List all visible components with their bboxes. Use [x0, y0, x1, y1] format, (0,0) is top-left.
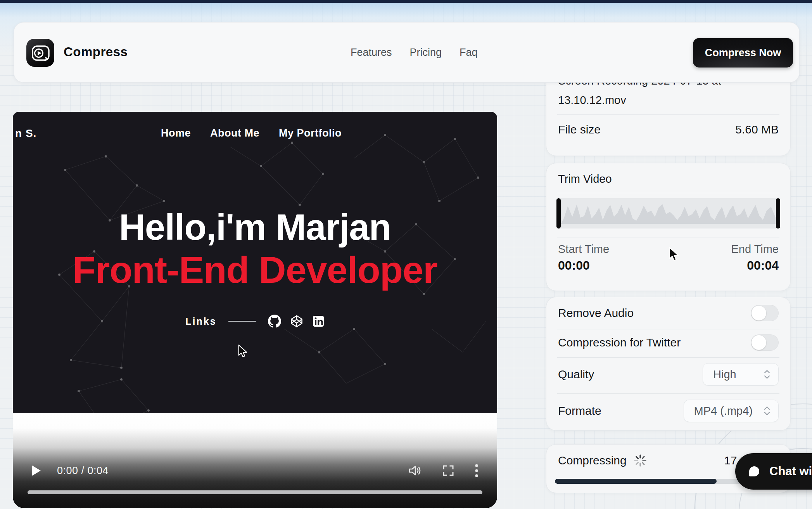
fullscreen-icon[interactable] [442, 464, 454, 477]
player-controls-right [408, 464, 479, 478]
trim-waveform[interactable] [556, 198, 780, 229]
start-time-value[interactable]: 00:00 [558, 258, 590, 273]
trim-end-handle[interactable] [776, 198, 780, 229]
format-selected-value: MP4 (.mp4) [694, 405, 753, 417]
play-button-icon[interactable] [31, 465, 41, 476]
codepen-icon [290, 314, 304, 328]
trim-labels-row: Start Time End Time [558, 243, 779, 256]
divider [557, 393, 779, 394]
hero-subtitle: Front-End Developer [13, 248, 497, 292]
twitter-compression-row: Compression for Twitter [558, 331, 779, 354]
options-card: Remove Audio Compression for Twitter Qua… [546, 297, 791, 431]
links-row: Links [13, 313, 497, 329]
waveform-graph [561, 200, 776, 227]
linkedin-icon [312, 315, 325, 327]
hero-title: Hello,i'm Marjan [13, 206, 497, 248]
remove-audio-label: Remove Audio [558, 306, 634, 320]
remove-audio-row: Remove Audio [558, 302, 779, 324]
seek-bar[interactable] [28, 490, 482, 494]
divider [557, 193, 779, 193]
github-icon [268, 315, 281, 328]
trim-title: Trim Video [558, 173, 612, 185]
chevron-up-down-icon [763, 405, 771, 416]
site-brand-fragment: n S. [15, 127, 36, 140]
divider [557, 329, 779, 329]
quality-label: Quality [558, 368, 594, 381]
kebab-menu-icon[interactable] [475, 464, 479, 478]
site-nav-portfolio: My Portfolio [279, 127, 342, 139]
file-size-row: File size 5.60 MB [558, 123, 779, 136]
links-divider-line [228, 321, 256, 322]
compress-now-button[interactable]: Compress Now [693, 38, 793, 68]
player-time: 0:00 / 0:04 [57, 465, 109, 477]
nav-item-features[interactable]: Features [351, 47, 392, 59]
chat-label: Chat wit [769, 464, 812, 478]
site-nav-about: About Me [210, 127, 259, 139]
format-label: Formate [558, 404, 601, 417]
twitter-compression-toggle[interactable] [751, 334, 779, 351]
format-select[interactable]: MP4 (.mp4) [684, 400, 779, 422]
progress-fill [555, 479, 717, 484]
divider [557, 357, 779, 358]
file-name-line2: 13.10.12.mov [558, 93, 779, 107]
header-nav: Features Pricing Faq [351, 23, 478, 82]
links-label: Links [185, 316, 216, 327]
page: Screen Recording 2024-07-15 at 13.10.12.… [0, 0, 812, 509]
trim-start-handle[interactable] [556, 198, 561, 229]
video-play-logo-icon [26, 39, 54, 67]
twitter-compression-label: Compression for Twitter [558, 336, 681, 349]
app-logo[interactable] [26, 39, 54, 67]
loading-spinner-icon [634, 454, 647, 467]
file-size-value: 5.60 MB [735, 123, 779, 136]
quality-row: Quality High [558, 361, 779, 388]
divider [557, 114, 779, 115]
nav-item-faq[interactable]: Faq [460, 47, 478, 59]
nav-item-pricing[interactable]: Pricing [410, 47, 442, 59]
trim-values-row: 00:00 00:04 [558, 258, 779, 273]
chat-widget-button[interactable]: Chat wit [735, 453, 812, 490]
time-remaining-value: 17 [724, 454, 737, 467]
file-size-label: File size [558, 123, 601, 136]
format-row: Formate MP4 (.mp4) [558, 397, 779, 424]
volume-icon[interactable] [408, 464, 422, 477]
quality-selected-value: High [713, 368, 736, 381]
top-accent-strip [0, 0, 812, 3]
player-controls: 0:00 / 0:04 [13, 458, 497, 483]
chevron-up-down-icon [763, 369, 771, 380]
app-header: Compress Features Pricing Faq Compress N… [14, 22, 800, 83]
toggle-knob [752, 335, 766, 350]
end-time-value[interactable]: 00:04 [747, 258, 779, 273]
video-player[interactable]: n S. Home About Me My Portfolio Hello,i'… [13, 112, 497, 508]
remove-audio-toggle[interactable] [751, 305, 779, 321]
start-time-label: Start Time [558, 243, 609, 256]
trim-video-card: Trim Video Start Time End Time 00:00 00:… [546, 163, 791, 291]
end-time-label: End Time [731, 243, 779, 256]
site-nav: Home About Me My Portfolio [161, 127, 342, 139]
chat-bubble-icon [745, 462, 763, 480]
site-nav-home: Home [161, 127, 191, 139]
brand-title: Compress [64, 45, 128, 59]
compressing-label: Compressing [558, 454, 627, 467]
divider [557, 237, 779, 237]
toggle-knob [752, 306, 766, 320]
quality-select[interactable]: High [703, 363, 779, 386]
